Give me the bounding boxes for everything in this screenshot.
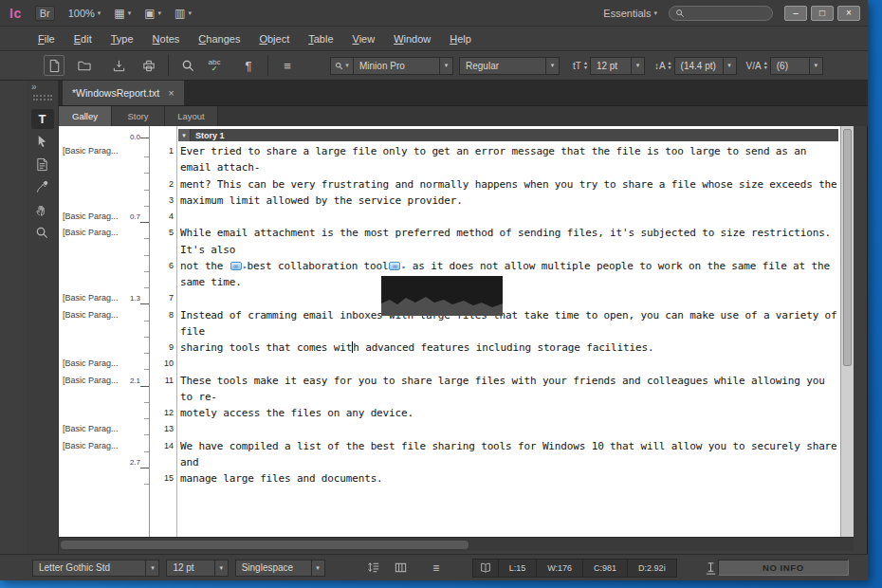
menu-view[interactable]: View <box>343 27 385 51</box>
horizontal-scrollbar[interactable] <box>59 537 854 551</box>
galley-line-text[interactable]: maximum limit allowed by the service pro… <box>180 193 838 209</box>
hyperlink-anchor-icon[interactable]: ∞ <box>389 262 400 270</box>
row-tick <box>144 255 149 256</box>
galley-line-text[interactable]: manage large files and documents. <box>180 470 838 487</box>
hyperlink-anchor-icon[interactable]: ∞ <box>230 262 242 270</box>
status-menu-icon[interactable]: ≡ <box>425 560 448 577</box>
workspace-switcher[interactable]: Essentials▾ <box>603 8 657 19</box>
text-cursor-icon <box>704 560 718 576</box>
galley-line-text[interactable]: and <box>180 454 838 470</box>
columns-view-button[interactable] <box>389 560 412 577</box>
menu-object[interactable]: Object <box>249 27 299 51</box>
menu-notes[interactable]: Notes <box>143 27 190 51</box>
font-style-combo[interactable]: Regular ▾ <box>459 57 560 75</box>
position-tool[interactable] <box>31 132 54 152</box>
view-tab-story[interactable]: Story <box>112 106 165 126</box>
screen-mode-icon: ▣ <box>144 7 155 20</box>
galley-line-text[interactable]: sharing tools that comes with advanced f… <box>180 340 838 356</box>
view-tab-galley[interactable]: Galley <box>59 106 112 126</box>
horizontal-scrollbar-thumb[interactable] <box>61 541 469 549</box>
print-icon[interactable] <box>138 55 159 76</box>
panel-grip[interactable] <box>33 95 52 101</box>
tracking-stepper[interactable]: ▴▾ <box>764 61 767 70</box>
arrange-documents-dropdown[interactable]: ▥ ▾ <box>175 7 192 20</box>
story-editor[interactable]: 0.0 ▾ Story 1 [Basic Parag...1Ever tried… <box>59 126 854 537</box>
menu-file[interactable]: File <box>28 27 64 51</box>
zoom-level-dropdown[interactable]: 100%▾ <box>68 8 101 19</box>
galley-rows: [Basic Parag...1Ever tried to share a la… <box>59 143 840 537</box>
line-spacing-view-button[interactable] <box>363 560 386 577</box>
galley-line-text[interactable]: Ever tried to share a large file only to… <box>180 143 838 159</box>
galley-line-text[interactable]: to re- <box>180 389 838 405</box>
font-family-combo[interactable]: ▾ Minion Pro ▾ <box>330 57 453 75</box>
open-folder-icon[interactable] <box>74 55 95 76</box>
status-size-combo[interactable]: 12 pt ▾ <box>166 560 228 577</box>
document-tab[interactable]: *WindowsReport.txt × <box>63 81 184 105</box>
note-tool[interactable] <box>31 155 54 175</box>
row-tick <box>144 434 149 435</box>
depth-tick <box>140 222 149 223</box>
close-button[interactable]: × <box>837 6 860 21</box>
vertical-scrollbar-thumb[interactable] <box>843 129 852 366</box>
menu-table[interactable]: Table <box>299 27 342 51</box>
statusbar: Letter Gothic Std ▾ 12 pt ▾ Singlespace … <box>0 554 868 580</box>
view-tabs: GalleyStoryLayout <box>59 106 868 126</box>
eyedropper-tool[interactable] <box>31 177 54 197</box>
galley-line-text[interactable]: These tools make it easy for you to shar… <box>180 373 838 389</box>
chevron-down-icon: ▾ <box>214 560 228 576</box>
desktop: Ic Br 100%▾ ▦ ▾ ▣ ▾ ▥ ▾ <box>0 0 882 588</box>
bridge-button[interactable]: Br <box>35 6 55 21</box>
leading-combo[interactable]: (14.4 pt) ▾ <box>674 57 737 75</box>
expand-panel-icon[interactable]: » <box>27 83 37 92</box>
type-tool[interactable]: T <box>31 109 54 129</box>
spell-check-icon[interactable]: abc✓ <box>204 55 225 76</box>
font-search-icon <box>335 62 343 70</box>
depth-tick <box>140 303 149 304</box>
collapse-story-icon[interactable]: ▾ <box>178 129 191 141</box>
minimize-button[interactable]: – <box>784 6 807 21</box>
menu-edit[interactable]: Edit <box>64 27 101 51</box>
galley-line-text[interactable]: email attach- <box>180 159 838 175</box>
find-icon[interactable] <box>177 55 198 76</box>
new-document-icon[interactable] <box>44 55 64 76</box>
menu-help[interactable]: Help <box>440 27 481 51</box>
status-font-combo[interactable]: Letter Gothic Std ▾ <box>32 560 159 577</box>
galley-line-text[interactable]: Instead of cramming email inboxes with l… <box>180 307 838 323</box>
save-icon[interactable] <box>108 55 129 76</box>
galley-row: [Basic Parag...2.111These tools make it … <box>59 373 840 389</box>
leading-stepper[interactable]: ▴▾ <box>669 61 671 70</box>
paragraph-style-label: [Basic Parag... <box>63 424 144 433</box>
menu-type[interactable]: Type <box>101 27 143 51</box>
toolbar-menu-icon[interactable]: ≡ <box>277 55 298 76</box>
leading-icon: ↕A <box>654 61 666 71</box>
close-tab-icon[interactable]: × <box>168 87 174 99</box>
status-spacing-combo[interactable]: Singlespace ▾ <box>235 560 325 577</box>
font-size-combo[interactable]: 12 pt ▾ <box>590 57 645 75</box>
hand-tool[interactable] <box>31 200 54 220</box>
line-number: 6 <box>150 261 174 270</box>
galley-line-text[interactable]: While email attachment is the most prefe… <box>180 225 838 241</box>
view-options-dropdown[interactable]: ▦ ▾ <box>114 7 131 20</box>
galley-line-text[interactable]: ment? This can be very frustrating and n… <box>180 176 838 193</box>
galley-line-text[interactable]: It's also <box>180 242 838 258</box>
row-tick <box>144 402 149 403</box>
maximize-button[interactable]: □ <box>811 6 834 21</box>
vertical-scrollbar[interactable] <box>840 126 854 537</box>
galley-line-text[interactable]: motely access the files on any device. <box>180 405 838 421</box>
screen-mode-dropdown[interactable]: ▣ ▾ <box>144 7 161 20</box>
zoom-tool[interactable] <box>31 223 54 243</box>
galley-line-text[interactable]: file <box>180 323 838 340</box>
depth-marker: 0.7 <box>104 212 140 221</box>
galley-line-text[interactable]: We have compiled a list of the best file… <box>180 438 838 454</box>
font-size-stepper[interactable]: ▴▾ <box>584 61 587 70</box>
tracking-combo[interactable]: (6) ▾ <box>770 57 823 75</box>
view-tab-layout[interactable]: Layout <box>165 106 218 126</box>
search-input[interactable] <box>669 6 773 21</box>
hidden-characters-icon[interactable]: ¶ <box>238 55 259 76</box>
paragraph-style-label: [Basic Parag... <box>63 146 144 156</box>
menu-changes[interactable]: Changes <box>189 27 249 51</box>
galley-line-text[interactable]: not the ∞▸best collaboration tool∞▸ as i… <box>180 258 838 275</box>
galley-line-text[interactable]: same time. <box>180 274 838 290</box>
menu-window[interactable]: Window <box>384 27 440 51</box>
tools-panel: » T <box>27 81 59 554</box>
